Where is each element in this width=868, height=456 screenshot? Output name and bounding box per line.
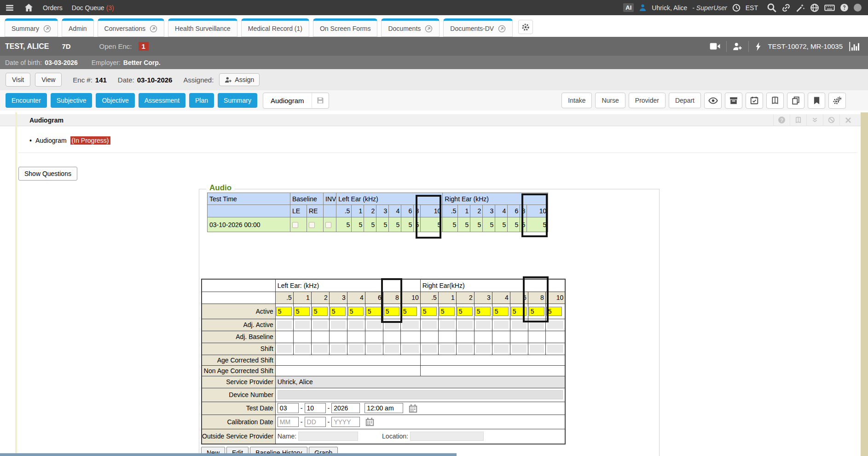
- active-threshold-input[interactable]: [439, 307, 455, 316]
- copy-icon[interactable]: [787, 93, 804, 109]
- popout-icon[interactable]: [43, 25, 51, 33]
- active-threshold-input[interactable]: [330, 307, 346, 316]
- eye-icon[interactable]: [704, 93, 722, 109]
- cancel-icon[interactable]: [823, 114, 839, 126]
- menu-orders[interactable]: Orders: [43, 4, 63, 12]
- tab-documents-dv[interactable]: Documents-DV: [443, 18, 513, 37]
- tab-documents[interactable]: Documents: [381, 18, 440, 37]
- freq-header: 2: [470, 205, 483, 217]
- popout-icon[interactable]: [498, 25, 506, 33]
- tab-settings-gear-icon[interactable]: [518, 20, 533, 34]
- audiogram-active-tab[interactable]: Audiogram: [263, 93, 329, 109]
- video-camera-icon[interactable]: [710, 42, 720, 50]
- outside-provider-name-input[interactable]: [298, 432, 358, 441]
- row-label-non-age-corrected: Non Age Corrected Shift: [202, 365, 275, 376]
- tab-medical-record[interactable]: Medical Record (1): [241, 18, 309, 37]
- popout-icon[interactable]: [150, 25, 157, 33]
- popout-icon[interactable]: [425, 25, 433, 33]
- chart-stats-icon[interactable]: [849, 42, 860, 51]
- calibration-day-input[interactable]: [305, 417, 326, 427]
- intake-button[interactable]: Intake: [561, 93, 592, 108]
- calendar-check-icon[interactable]: [746, 93, 763, 109]
- assign-button[interactable]: Assign: [219, 73, 260, 86]
- active-threshold-input[interactable]: [401, 307, 417, 316]
- user-name[interactable]: Uhrick, Alice: [652, 4, 687, 12]
- depart-button[interactable]: Depart: [669, 93, 701, 108]
- calibration-year-input[interactable]: [331, 417, 360, 427]
- calendar-icon[interactable]: [409, 404, 417, 413]
- freq-header: 6: [508, 205, 520, 217]
- active-threshold-input[interactable]: [366, 307, 382, 316]
- calendar-icon[interactable]: [365, 417, 374, 426]
- active-threshold-input[interactable]: [493, 307, 509, 316]
- keyboard-icon[interactable]: [824, 3, 835, 12]
- baseline-re-checkbox[interactable]: [309, 222, 315, 228]
- tab-conversations[interactable]: Conversations: [98, 18, 165, 37]
- row-label-active: Active: [202, 304, 275, 319]
- menu-doc-queue[interactable]: Doc Queue(3): [72, 4, 114, 12]
- test-time-input[interactable]: [365, 403, 403, 413]
- device-number-input[interactable]: [278, 390, 563, 399]
- outside-provider-location-input[interactable]: [410, 432, 484, 441]
- add-person-icon[interactable]: [733, 42, 742, 51]
- patient-ids: TEST-10072, MR-10035: [768, 42, 843, 50]
- nav-plan-button[interactable]: Plan: [189, 93, 214, 108]
- provider-button[interactable]: Provider: [629, 93, 665, 108]
- annotation-box: [416, 195, 441, 239]
- active-threshold-input[interactable]: [421, 307, 437, 316]
- book-icon[interactable]: [790, 114, 806, 126]
- active-threshold-input[interactable]: [294, 307, 310, 316]
- nav-objective-button[interactable]: Objective: [96, 93, 134, 108]
- tab-on-screen-forms[interactable]: On Screen Forms: [313, 18, 377, 37]
- form-list-item: • Audiogram (In Progress): [29, 136, 110, 145]
- close-icon[interactable]: [839, 114, 856, 126]
- collapse-chevrons-icon[interactable]: [806, 114, 823, 126]
- test-date-year-input[interactable]: [331, 403, 360, 413]
- help-icon[interactable]: [840, 3, 849, 12]
- calibration-date-row: Calibration Date - -: [202, 415, 565, 429]
- wand-icon[interactable]: [796, 3, 805, 12]
- nav-assessment-button[interactable]: Assessment: [139, 93, 185, 108]
- tab-health-surveillance[interactable]: Health Surveillance: [168, 18, 237, 37]
- row-label-adj-baseline: Adj. Baseline: [202, 331, 275, 343]
- active-threshold-input[interactable]: [457, 307, 473, 316]
- test-date-month-input[interactable]: [278, 403, 299, 413]
- encounter-nav-bar: Encounter Subjective Objective Assessmen…: [0, 90, 868, 111]
- active-threshold-input[interactable]: [348, 307, 364, 316]
- nav-subjective-button[interactable]: Subjective: [51, 93, 93, 108]
- save-icon[interactable]: [312, 93, 329, 108]
- search-icon[interactable]: [767, 3, 776, 12]
- tab-admin[interactable]: Admin: [62, 18, 94, 37]
- open-enc-label: Open Enc:: [99, 42, 132, 50]
- hamburger-menu-icon[interactable]: [5, 4, 15, 12]
- tab-summary[interactable]: Summary: [5, 18, 58, 37]
- book-icon[interactable]: [766, 93, 784, 109]
- row-label-test-date: Test Date: [202, 402, 275, 415]
- visit-button[interactable]: Visit: [6, 73, 30, 87]
- nav-encounter-button[interactable]: Encounter: [6, 93, 47, 108]
- nurse-button[interactable]: Nurse: [595, 93, 625, 108]
- ai-badge[interactable]: AI: [623, 3, 634, 12]
- show-questions-button[interactable]: Show Questions: [18, 167, 77, 181]
- form-link[interactable]: Audiogram: [35, 137, 67, 144]
- open-enc-badge[interactable]: 1: [139, 42, 149, 51]
- inv-checkbox[interactable]: [325, 222, 331, 228]
- active-threshold-input[interactable]: [312, 307, 328, 316]
- link-icon[interactable]: [781, 3, 791, 12]
- archive-box-icon[interactable]: [725, 93, 742, 109]
- col-header-re: RE: [307, 205, 324, 217]
- baseline-le-checkbox[interactable]: [292, 222, 298, 228]
- view-button[interactable]: View: [35, 73, 62, 87]
- globe-icon[interactable]: [810, 3, 819, 12]
- calibration-month-input[interactable]: [278, 417, 299, 427]
- active-threshold-input[interactable]: [276, 307, 292, 316]
- nav-summary-button[interactable]: Summary: [218, 93, 257, 108]
- home-icon[interactable]: [24, 3, 34, 12]
- lightning-bolt-icon[interactable]: [755, 42, 762, 51]
- active-threshold-input[interactable]: [475, 307, 491, 316]
- help-icon[interactable]: [773, 114, 790, 126]
- gears-icon[interactable]: [828, 93, 846, 109]
- freq-header: 3: [376, 205, 389, 217]
- bookmark-icon[interactable]: [808, 93, 825, 109]
- test-date-day-input[interactable]: [305, 403, 326, 413]
